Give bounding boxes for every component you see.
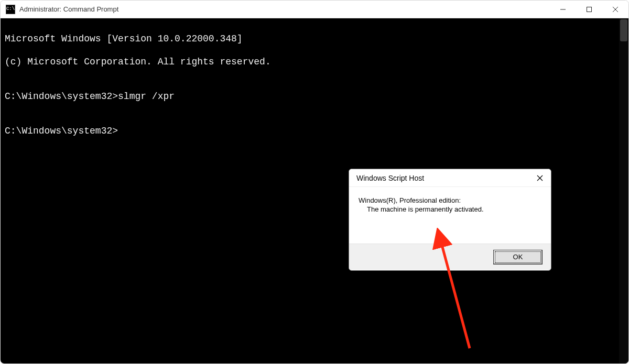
script-host-dialog: Windows Script Host Windows(R), Professi… bbox=[349, 169, 551, 271]
titlebar[interactable]: C:\ Administrator: Command Prompt bbox=[1, 1, 628, 18]
dialog-message-line2: The machine is permanently activated. bbox=[367, 205, 541, 213]
ok-button[interactable]: OK bbox=[493, 250, 543, 264]
close-icon bbox=[612, 6, 619, 13]
console-line: (c) Microsoft Corporation. All rights re… bbox=[5, 56, 624, 68]
console-line: C:\Windows\system32>slmgr /xpr bbox=[5, 91, 624, 102]
svg-rect-1 bbox=[587, 7, 592, 12]
dialog-titlebar[interactable]: Windows Script Host bbox=[349, 169, 551, 187]
cmd-icon: C:\ bbox=[6, 5, 15, 14]
dialog-button-row: OK bbox=[349, 244, 551, 270]
console-area: Microsoft Windows [Version 10.0.22000.34… bbox=[1, 18, 628, 364]
window-title: Administrator: Command Prompt bbox=[19, 5, 118, 13]
prompt-text: C:\Windows\system32> bbox=[5, 91, 118, 102]
minimize-button[interactable] bbox=[550, 1, 576, 18]
scrollbar-thumb[interactable] bbox=[620, 19, 627, 41]
dialog-title: Windows Script Host bbox=[356, 174, 529, 182]
vertical-scrollbar[interactable] bbox=[619, 18, 628, 364]
window-controls bbox=[550, 1, 628, 18]
minimize-icon bbox=[560, 6, 566, 13]
console-line: C:\Windows\system32> bbox=[5, 125, 624, 137]
close-button[interactable] bbox=[602, 1, 628, 18]
maximize-icon bbox=[586, 6, 592, 13]
cmd-icon-label: C:\ bbox=[6, 7, 15, 12]
console-line: Microsoft Windows [Version 10.0.22000.34… bbox=[5, 33, 624, 45]
dialog-body: Windows(R), Professional edition: The ma… bbox=[349, 187, 551, 244]
dialog-close-button[interactable] bbox=[529, 169, 551, 186]
close-icon bbox=[537, 175, 543, 181]
prompt-text: C:\Windows\system32> bbox=[5, 126, 118, 136]
maximize-button[interactable] bbox=[576, 1, 602, 18]
command-text: slmgr /xpr bbox=[118, 91, 175, 102]
dialog-message-line1: Windows(R), Professional edition: bbox=[359, 196, 541, 204]
command-prompt-window: C:\ Administrator: Command Prompt Micros… bbox=[0, 0, 629, 364]
